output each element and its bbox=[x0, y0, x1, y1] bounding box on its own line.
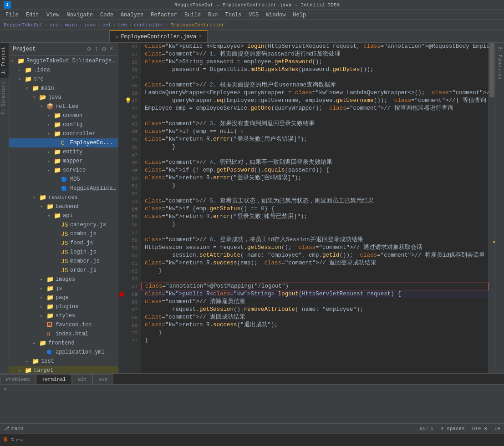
breadcrumb-employeecontroller[interactable]: EmployeeController bbox=[170, 22, 224, 28]
right-scrollbar[interactable] bbox=[489, 43, 495, 373]
status-line-ending[interactable]: LF bbox=[494, 426, 500, 431]
fold-marker[interactable]: ▼ bbox=[135, 207, 137, 212]
breadcrumb-net[interactable]: net bbox=[102, 22, 112, 28]
menu-edit[interactable]: Edit bbox=[22, 11, 43, 19]
tree-item-config[interactable]: ▸ 📁 config bbox=[9, 120, 118, 129]
status-git[interactable]: ⎇ main bbox=[4, 426, 23, 431]
tree-item-reggieapp[interactable]: 🔵 ReggieApplicatio... bbox=[9, 184, 118, 193]
tree-arrow-idea[interactable]: ▸ bbox=[18, 67, 25, 73]
tree-arrow-main[interactable]: ▾ bbox=[25, 86, 32, 91]
tree-label-employeectrl: EmployeeCo... bbox=[70, 140, 116, 146]
breadcrumb-src[interactable]: src bbox=[49, 22, 58, 28]
tree-item-src[interactable]: ▾ 📁 src bbox=[9, 75, 118, 84]
tree-item-entity[interactable]: ▸ 📁 entity bbox=[9, 147, 118, 157]
tree-item-styles[interactable]: ▸ 📁 styles bbox=[9, 311, 118, 320]
breadcrumb-java[interactable]: java bbox=[84, 22, 96, 28]
tree-item-test[interactable]: ▸ 📁 test bbox=[9, 357, 118, 366]
menu-file[interactable]: File bbox=[2, 11, 22, 19]
tree-item-reggietakeout[interactable]: ▾ 📁 ReggieTakeOut D:\ideaProjects... bbox=[9, 56, 118, 66]
bottom-tab-git[interactable]: Git bbox=[72, 374, 93, 384]
tree-item-mapper[interactable]: ▸ 📁 mapper bbox=[9, 157, 118, 166]
breadcrumb-lee[interactable]: Lee bbox=[118, 22, 127, 28]
tree-arrow-backend[interactable]: ▾ bbox=[40, 204, 46, 209]
tree-item-common[interactable]: ▸ 📁 common bbox=[9, 111, 118, 120]
tree-item-java[interactable]: ▾ 📂 java bbox=[9, 93, 118, 102]
tree-arrow-controller[interactable]: ▾ bbox=[47, 131, 54, 137]
tree-item-loginjs[interactable]: JS login.js bbox=[9, 248, 118, 257]
tree-item-images[interactable]: ▸ 📁 images bbox=[9, 275, 118, 284]
menu-tools[interactable]: Tools bbox=[222, 11, 245, 19]
tree-arrow-config[interactable]: ▸ bbox=[47, 122, 54, 127]
menu-analyze[interactable]: Analyze bbox=[117, 11, 147, 19]
java-file-icon-reggieapp: 🔵 bbox=[61, 186, 69, 192]
panel-action-settings[interactable]: ⚙ bbox=[101, 45, 107, 53]
tree-item-js[interactable]: ▸ 📁 js bbox=[9, 284, 118, 293]
tree-arrow-mapper[interactable]: ▸ bbox=[47, 158, 54, 164]
tree-item-main[interactable]: ▾ 📁 main bbox=[9, 84, 118, 93]
tree-item-api[interactable]: ▾ 📁 api bbox=[9, 211, 118, 220]
tree-item-resources[interactable]: ▾ 📁 resources bbox=[9, 193, 118, 202]
tab-close-button[interactable]: × bbox=[199, 34, 202, 39]
bottom-tab-problems[interactable]: Problems bbox=[0, 374, 36, 384]
tree-item-page[interactable]: ▸ 📁 page bbox=[9, 293, 118, 302]
menu-window[interactable]: Window bbox=[262, 11, 289, 19]
tree-label-plugins: plugins bbox=[56, 304, 116, 310]
tree-arrow-service[interactable]: ▸ bbox=[47, 167, 54, 173]
tree-item-memberjs[interactable]: JS member.js bbox=[9, 257, 118, 266]
tree-item-combojs[interactable]: JS combo.js bbox=[9, 229, 118, 238]
menu-build[interactable]: Build bbox=[181, 11, 204, 19]
tree-item-netlee[interactable]: ▾ 📦 net.Lee bbox=[9, 102, 118, 111]
tree-arrow-netlee[interactable]: ▾ bbox=[40, 104, 46, 109]
tree-arrow-entity[interactable]: ▸ bbox=[47, 149, 54, 155]
bottom-tab-run[interactable]: Run bbox=[92, 374, 113, 384]
tab-employeecontroller[interactable]: ☕ EmployeeController.java × bbox=[109, 30, 208, 42]
code-editor[interactable]: class="kw">public R<Employee> login(Http… bbox=[141, 43, 489, 373]
panel-action-sort[interactable]: ↕ bbox=[94, 45, 99, 53]
scroll-thumb[interactable] bbox=[489, 43, 494, 97]
sidebar-tab-structure[interactable]: 7: Structure bbox=[0, 78, 9, 118]
menu-help[interactable]: Help bbox=[289, 11, 310, 19]
status-line-col[interactable]: 65: 1 bbox=[420, 426, 433, 431]
tree-arrow-resources[interactable]: ▾ bbox=[33, 195, 39, 200]
tree-item-target[interactable]: ▸ 📁 target bbox=[9, 366, 118, 373]
tree-item-service[interactable]: ▸ 📁 service bbox=[9, 166, 118, 175]
code-line-58: class="comment">// 6. 登录成功，将员工id存入Sessio… bbox=[141, 236, 489, 244]
tree-item-foodjs[interactable]: JS food.js bbox=[9, 238, 118, 248]
tree-item-md5[interactable]: 🔵 MD5 bbox=[9, 175, 118, 184]
fold-marker[interactable]: ▼ bbox=[135, 292, 137, 297]
tree-item-appyaml[interactable]: 🔵 application.yml bbox=[9, 348, 118, 357]
breadcrumb-main[interactable]: main bbox=[65, 22, 77, 28]
menu-view[interactable]: View bbox=[43, 11, 63, 19]
tree-item-frontend[interactable]: ▸ 📁 frontend bbox=[9, 339, 118, 348]
tree-item-faviconico[interactable]: 🖼 favicon.ico bbox=[9, 320, 118, 329]
menu-navigate[interactable]: Navigate bbox=[63, 11, 97, 19]
sidebar-tab-project[interactable]: 1: Project bbox=[0, 43, 9, 78]
tree-arrow-common[interactable]: ▸ bbox=[47, 113, 54, 118]
tree-arrow-src[interactable]: ▾ bbox=[18, 76, 25, 82]
tree-arrow-reggietakeout[interactable]: ▾ bbox=[11, 58, 17, 64]
tree-item-plugins[interactable]: ▸ 📁 plugins bbox=[9, 302, 118, 311]
breadcrumb-reggietakeout[interactable]: ReggieTakeOut bbox=[4, 22, 43, 28]
panel-action-locate[interactable]: ⊕ bbox=[86, 45, 92, 53]
tree-arrow-api[interactable]: ▾ bbox=[47, 213, 54, 218]
tree-item-idea[interactable]: ▸ 📁 .idea bbox=[9, 66, 118, 75]
bottom-tab-terminal[interactable]: Terminal bbox=[36, 374, 72, 384]
tree-item-backend[interactable]: ▾ 📁 backend bbox=[9, 202, 118, 211]
tree-item-indexhtml[interactable]: H index.html bbox=[9, 329, 118, 339]
tree-item-employeectrl[interactable]: C EmployeeCo... bbox=[9, 138, 118, 147]
menu-refactor[interactable]: Refactor bbox=[147, 11, 181, 19]
tree-arrow-java[interactable]: ▾ bbox=[33, 95, 39, 100]
menu-vcs[interactable]: VCS bbox=[245, 11, 263, 19]
fold-marker[interactable]: ▼ bbox=[135, 168, 137, 173]
tree-item-categoryjs[interactable]: JS category.js bbox=[9, 220, 118, 229]
menu-code[interactable]: Code bbox=[97, 11, 117, 19]
menu-run[interactable]: Run bbox=[204, 11, 222, 19]
breadcrumb-controller[interactable]: controller bbox=[134, 22, 164, 28]
panel-action-close[interactable]: × bbox=[109, 45, 114, 53]
status-indent[interactable]: 4 spaces bbox=[441, 426, 465, 431]
fold-marker[interactable]: ▼ bbox=[135, 129, 137, 134]
favorites-item[interactable]: 2: Favorites bbox=[496, 43, 503, 83]
status-encoding[interactable]: UTF-8 bbox=[472, 426, 487, 431]
tree-item-controller[interactable]: ▾ 📁 controller bbox=[9, 129, 118, 138]
tree-item-orderjs[interactable]: JS order.js bbox=[9, 266, 118, 275]
